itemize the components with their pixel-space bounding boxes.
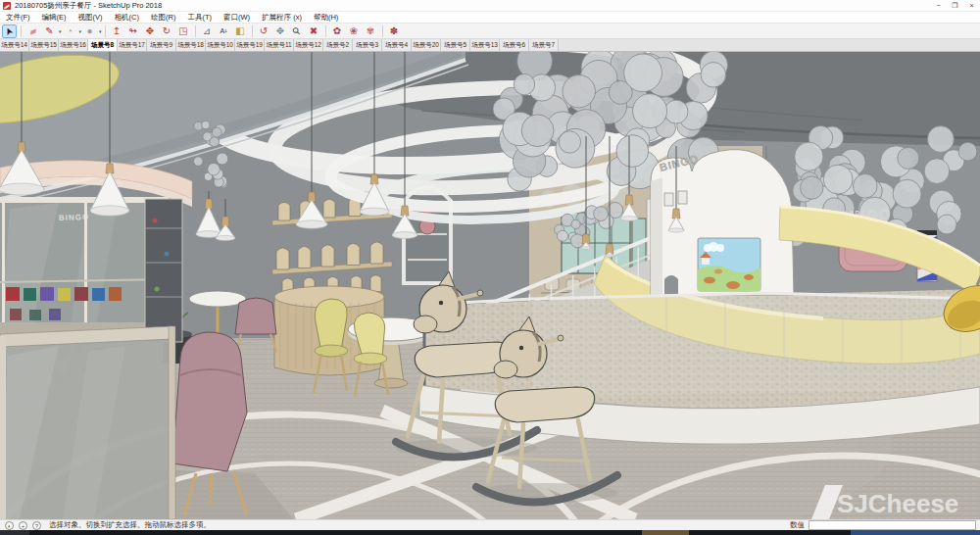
- scene-icon-1-icon: ✿: [333, 26, 341, 36]
- tower-mural: [698, 238, 760, 291]
- toolbar-separator: [195, 25, 196, 37]
- push-pull-tool-button[interactable]: ↥: [110, 24, 124, 38]
- shapes-tool-dropdown[interactable]: ▾: [99, 28, 102, 34]
- tape-measure-tool-icon: ⊿: [203, 26, 211, 36]
- rotate-tool-button[interactable]: ↻: [160, 24, 174, 38]
- follow-me-tool-icon: ↬: [129, 26, 137, 36]
- credits-status-icon[interactable]: +: [19, 521, 27, 530]
- menu-item-4[interactable]: 绘图(R): [145, 12, 181, 23]
- scene-tab-场景号6[interactable]: 场景号6: [500, 39, 529, 51]
- pan-tool-button[interactable]: ✥: [273, 24, 288, 38]
- tape-measure-tool-button[interactable]: ⊿: [200, 24, 215, 38]
- arc-tool-icon: ◔: [67, 26, 73, 36]
- scene-tab-场景号9[interactable]: 场景号9: [147, 39, 176, 51]
- scene-tab-场景号10[interactable]: 场景号10: [206, 39, 235, 51]
- scene-icon-4-button[interactable]: ✽: [387, 24, 402, 38]
- pan-tool-icon: ✥: [276, 26, 284, 36]
- menu-item-2[interactable]: 视图(V): [73, 12, 109, 23]
- geolocation-status-icon[interactable]: ◐: [5, 521, 14, 530]
- shapes-tool-button[interactable]: ●: [82, 24, 97, 38]
- scene-tab-场景号7[interactable]: 场景号7: [529, 39, 559, 51]
- menu-item-0[interactable]: 文件(F): [0, 12, 36, 23]
- scene-tab-场景号8[interactable]: 场景号8: [88, 39, 118, 51]
- arc-tool-button[interactable]: ◔: [63, 24, 77, 38]
- scene-tab-场景号20[interactable]: 场景号20: [412, 39, 441, 51]
- menu-item-1[interactable]: 编辑(E): [36, 12, 73, 23]
- scene-tab-场景号16[interactable]: 场景号16: [59, 39, 88, 51]
- restore-button[interactable]: ❐: [947, 0, 963, 12]
- title-bar: 20180705扬州亲子餐厅 - SketchUp Pro 2018 − ❐ ×: [0, 0, 980, 12]
- text-tool-button[interactable]: A¹: [217, 24, 231, 38]
- scene-tab-场景号15[interactable]: 场景号15: [29, 39, 59, 51]
- scale-tool-button[interactable]: ◳: [176, 24, 191, 38]
- scene-tab-场景号12[interactable]: 场景号12: [294, 39, 323, 51]
- scene-icon-2-icon: ❀: [350, 26, 358, 36]
- toolbar-separator: [325, 25, 326, 37]
- arc-tool-dropdown[interactable]: ▾: [79, 28, 82, 34]
- shapes-tool-icon: ●: [87, 26, 93, 36]
- line-tool-dropdown[interactable]: ▾: [59, 28, 62, 34]
- line-tool-icon: ✎: [45, 26, 53, 36]
- menu-item-7[interactable]: 扩展程序 (x): [256, 12, 308, 23]
- zoom-extents-tool-button[interactable]: ✖: [307, 24, 321, 38]
- eraser-tool-icon: ▰: [27, 24, 38, 36]
- menu-item-3[interactable]: 相机(C): [109, 12, 145, 23]
- rotate-tool-icon: ↻: [163, 26, 171, 36]
- scene-tab-场景号4[interactable]: 场景号4: [382, 39, 412, 51]
- measurements-label: 数值: [790, 520, 805, 530]
- scene-tab-场景号17[interactable]: 场景号17: [118, 39, 147, 51]
- status-hint: 选择对象。切换到扩充选择。拖动鼠标选择多项。: [49, 520, 211, 530]
- scene-tabs-bar: 场景号14场景号15场景号16场景号8场景号17场景号9场景号18场景号10场景…: [0, 39, 980, 52]
- line-tool-button[interactable]: ✎: [42, 24, 57, 38]
- status-bar: ◐+? 选择对象。切换到扩充选择。拖动鼠标选择多项。 数值: [0, 519, 980, 530]
- window-title: 20180705扬州亲子餐厅 - SketchUp Pro 2018: [15, 1, 162, 11]
- scene-tab-场景号11[interactable]: 场景号11: [265, 39, 294, 51]
- tower-arch-opening: [664, 275, 678, 294]
- toolbar-separator: [382, 25, 383, 37]
- tower-window: [664, 193, 673, 206]
- move-tool-button[interactable]: ✥: [143, 24, 158, 38]
- scene-tab-场景号5[interactable]: 场景号5: [441, 39, 470, 51]
- eraser-tool-button[interactable]: ▰: [25, 24, 40, 38]
- zoom-tool-icon: ⚲: [291, 24, 303, 36]
- text-tool-icon: A¹: [220, 27, 227, 34]
- menu-item-8[interactable]: 帮助(H): [308, 12, 344, 23]
- menu-item-6[interactable]: 窗口(W): [218, 12, 256, 23]
- paint-bucket-tool-icon: ◧: [235, 26, 244, 36]
- help-status-icon[interactable]: ?: [32, 521, 41, 530]
- dark-cabinet: [145, 199, 182, 342]
- scene-tab-场景号18[interactable]: 场景号18: [176, 39, 206, 51]
- scene-tab-场景号14[interactable]: 场景号14: [0, 39, 29, 51]
- scene-icon-2-button[interactable]: ❀: [347, 24, 362, 38]
- menu-item-5[interactable]: 工具(T): [181, 12, 218, 23]
- sketchup-app-icon: [3, 2, 11, 10]
- orbit-tool-button[interactable]: ↺: [257, 24, 271, 38]
- scene-icon-3-button[interactable]: ✾: [364, 24, 378, 38]
- orbit-tool-icon: ↺: [260, 26, 268, 36]
- taskbar-segment: [642, 530, 689, 535]
- scene-tab-场景号2[interactable]: 场景号2: [323, 39, 353, 51]
- scene-icon-3-icon: ✾: [367, 26, 374, 36]
- zoom-extents-tool-icon: ✖: [310, 26, 318, 36]
- scene-icon-1-button[interactable]: ✿: [330, 24, 345, 38]
- follow-me-tool-button[interactable]: ↬: [126, 24, 141, 38]
- close-button[interactable]: ×: [963, 0, 980, 12]
- scale-tool-icon: ◳: [178, 26, 187, 36]
- scene-tab-场景号13[interactable]: 场景号13: [470, 39, 500, 51]
- zoom-tool-button[interactable]: ⚲: [290, 24, 305, 38]
- watermark-text: SJCheese: [837, 489, 958, 518]
- select-tool-button[interactable]: ➤: [2, 24, 17, 38]
- scene-tab-场景号19[interactable]: 场景号19: [235, 39, 265, 51]
- minimize-button[interactable]: −: [930, 0, 947, 12]
- toolbar-separator: [252, 25, 253, 37]
- measurements-input[interactable]: [808, 520, 976, 530]
- 3d-viewport[interactable]: BINGO BINGO: [0, 52, 980, 519]
- tower-window: [678, 191, 687, 204]
- paint-bucket-tool-button[interactable]: ◧: [233, 24, 248, 38]
- window-controls: − ❐ ×: [930, 0, 980, 12]
- toolbar: ➤▰✎▾◔▾●▾↥↬✥↻◳⊿A¹◧↺✥⚲✖✿❀✾✽: [0, 24, 980, 39]
- push-pull-tool-icon: ↥: [113, 26, 121, 36]
- scene-tab-场景号3[interactable]: 场景号3: [353, 39, 382, 51]
- taskbar-segment: [851, 530, 980, 535]
- slide-tower: BINGO: [651, 150, 794, 295]
